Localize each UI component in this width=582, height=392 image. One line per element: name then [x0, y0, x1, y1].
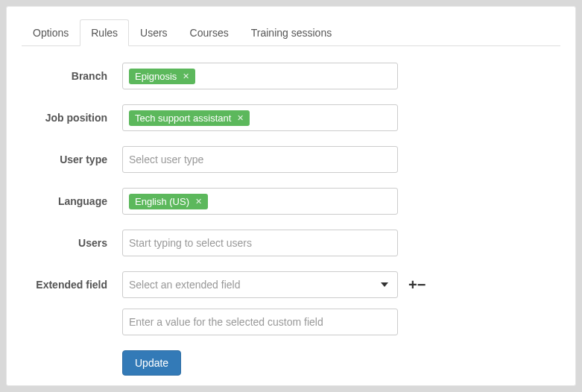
language-input[interactable]: English (US) ✕	[122, 188, 398, 215]
extended-field-controls: +−	[408, 276, 424, 294]
tag-job-position-label: Tech support assistant	[135, 113, 231, 124]
row-extended-value: Enter a value for the selected custom fi…	[22, 309, 560, 335]
tab-users[interactable]: Users	[129, 19, 179, 46]
extended-value-input[interactable]: Enter a value for the selected custom fi…	[122, 309, 398, 335]
row-branch: Branch Epignosis ✕	[22, 63, 560, 89]
tab-training-sessions[interactable]: Training sessions	[240, 19, 343, 46]
tag-language-label: English (US)	[135, 196, 189, 207]
job-position-input[interactable]: Tech support assistant ✕	[122, 104, 398, 131]
close-icon[interactable]: ✕	[183, 72, 189, 81]
update-button[interactable]: Update	[122, 350, 181, 376]
row-job-position: Job position Tech support assistant ✕	[22, 104, 560, 131]
panel-card: Options Rules Users Courses Training ses…	[6, 6, 576, 386]
tab-options[interactable]: Options	[22, 19, 80, 46]
extended-field-placeholder: Select an extended field	[129, 279, 240, 291]
tag-job-position[interactable]: Tech support assistant ✕	[129, 110, 250, 126]
extended-field-select[interactable]: Select an extended field	[122, 271, 398, 298]
row-users: Users Start typing to select users	[22, 230, 560, 256]
row-actions: Update	[122, 350, 560, 376]
label-users: Users	[22, 237, 122, 249]
row-extended-field: Extended field Select an extended field …	[22, 271, 560, 298]
user-type-input[interactable]: Select user type	[122, 146, 398, 173]
tag-branch-label: Epignosis	[135, 71, 177, 82]
minus-icon[interactable]: −	[417, 276, 425, 294]
label-language: Language	[22, 195, 122, 207]
label-extended-field: Extended field	[22, 279, 122, 291]
row-language: Language English (US) ✕	[22, 188, 560, 215]
tag-language[interactable]: English (US) ✕	[129, 194, 208, 209]
row-user-type: User type Select user type	[22, 146, 560, 173]
user-type-placeholder: Select user type	[129, 154, 203, 165]
users-input[interactable]: Start typing to select users	[122, 230, 398, 256]
tabs-bar: Options Rules Users Courses Training ses…	[22, 19, 560, 46]
tag-branch[interactable]: Epignosis ✕	[129, 69, 195, 84]
tab-rules[interactable]: Rules	[80, 19, 129, 46]
tab-courses[interactable]: Courses	[179, 19, 240, 46]
label-user-type: User type	[22, 154, 122, 165]
close-icon[interactable]: ✕	[195, 197, 202, 206]
label-branch: Branch	[22, 70, 122, 82]
extended-value-placeholder: Enter a value for the selected custom fi…	[129, 316, 323, 328]
users-placeholder: Start typing to select users	[129, 237, 252, 249]
close-icon[interactable]: ✕	[237, 113, 244, 123]
label-job-position: Job position	[22, 112, 122, 124]
branch-input[interactable]: Epignosis ✕	[122, 63, 398, 89]
plus-icon[interactable]: +	[408, 276, 416, 294]
chevron-down-icon	[381, 282, 388, 287]
